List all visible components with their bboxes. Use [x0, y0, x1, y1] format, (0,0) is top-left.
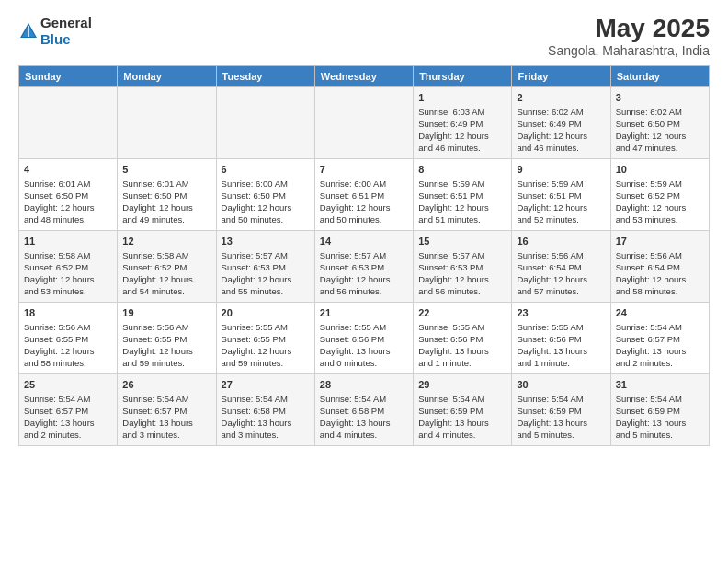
day-info: Sunset: 6:51 PM [418, 190, 506, 202]
logo-general: General [40, 15, 92, 30]
day-info: Sunrise: 6:01 AM [24, 178, 112, 190]
day-number: 24 [616, 306, 704, 320]
calendar-cell: 15Sunrise: 5:57 AMSunset: 6:53 PMDayligh… [414, 230, 512, 302]
day-info: Sunrise: 5:56 AM [24, 322, 112, 334]
calendar-week-row: 25Sunrise: 5:54 AMSunset: 6:57 PMDayligh… [19, 373, 710, 445]
day-info: Daylight: 13 hours [418, 346, 506, 358]
day-info: Sunset: 6:51 PM [320, 190, 408, 202]
day-info: Daylight: 13 hours [222, 418, 310, 430]
day-info: Sunset: 6:54 PM [616, 262, 704, 274]
calendar-cell: 5Sunrise: 6:01 AMSunset: 6:50 PMDaylight… [118, 158, 216, 230]
day-info: Sunrise: 6:00 AM [320, 178, 408, 190]
day-info: Sunrise: 5:54 AM [418, 394, 506, 406]
weekday-header: Wednesday [314, 65, 413, 86]
day-number: 31 [616, 378, 704, 392]
day-info: and 56 minutes. [418, 286, 506, 298]
day-info: and 51 minutes. [418, 214, 506, 226]
day-info: Sunrise: 5:55 AM [517, 322, 605, 334]
day-info: Sunrise: 6:02 AM [517, 107, 605, 119]
day-info: Daylight: 12 hours [122, 202, 210, 214]
calendar-cell: 28Sunrise: 5:54 AMSunset: 6:58 PMDayligh… [314, 373, 413, 445]
day-info: Sunset: 6:57 PM [616, 334, 704, 346]
calendar-week-row: 1Sunrise: 6:03 AMSunset: 6:49 PMDaylight… [19, 86, 710, 158]
day-number: 15 [418, 235, 506, 248]
day-info: Daylight: 12 hours [222, 346, 310, 358]
logo-icon [18, 21, 39, 41]
day-info: Sunset: 6:56 PM [418, 334, 506, 346]
day-info: Sunset: 6:55 PM [222, 334, 310, 346]
day-info: Sunrise: 5:58 AM [122, 250, 210, 262]
day-info: and 0 minutes. [320, 358, 408, 370]
day-number: 23 [517, 306, 605, 320]
day-info: Sunrise: 5:56 AM [517, 250, 605, 262]
calendar-cell: 10Sunrise: 5:59 AMSunset: 6:52 PMDayligh… [610, 158, 709, 230]
day-info: Sunset: 6:53 PM [418, 262, 506, 274]
calendar-cell: 25Sunrise: 5:54 AMSunset: 6:57 PMDayligh… [19, 373, 118, 445]
day-info: Sunset: 6:50 PM [122, 190, 210, 202]
day-info: and 47 minutes. [616, 143, 704, 155]
day-info: Daylight: 13 hours [320, 418, 408, 430]
day-info: Sunset: 6:49 PM [517, 119, 605, 131]
day-number: 29 [418, 378, 506, 392]
day-info: Daylight: 12 hours [616, 202, 704, 214]
day-info: Daylight: 12 hours [418, 274, 506, 286]
calendar-cell: 16Sunrise: 5:56 AMSunset: 6:54 PMDayligh… [512, 230, 610, 302]
day-info: Sunrise: 5:54 AM [616, 322, 704, 334]
day-number: 13 [222, 235, 310, 248]
logo: General Blue [18, 15, 92, 48]
day-info: Sunrise: 5:59 AM [517, 178, 605, 190]
day-info: Sunset: 6:59 PM [418, 406, 506, 418]
calendar-cell: 3Sunrise: 6:02 AMSunset: 6:50 PMDaylight… [610, 86, 709, 158]
calendar-cell [314, 86, 413, 158]
weekday-header: Monday [118, 65, 216, 86]
day-info: Daylight: 12 hours [616, 131, 704, 143]
day-number: 8 [418, 163, 506, 177]
day-info: Sunrise: 5:54 AM [616, 394, 704, 406]
day-info: and 50 minutes. [222, 214, 310, 226]
day-info: Daylight: 13 hours [418, 418, 506, 430]
day-info: and 55 minutes. [222, 286, 310, 298]
calendar-cell: 26Sunrise: 5:54 AMSunset: 6:57 PMDayligh… [118, 373, 216, 445]
day-info: Sunrise: 5:59 AM [616, 178, 704, 190]
logo-blue: Blue [40, 31, 71, 47]
calendar-cell [216, 86, 314, 158]
day-number: 12 [122, 235, 210, 248]
day-info: Daylight: 12 hours [122, 346, 210, 358]
day-info: and 46 minutes. [517, 143, 605, 155]
weekday-header: Tuesday [216, 65, 314, 86]
header: General Blue May 2025 Sangola, Maharasht… [18, 15, 710, 58]
day-info: Sunset: 6:59 PM [616, 406, 704, 418]
day-number: 25 [24, 378, 112, 392]
day-info: and 1 minute. [418, 358, 506, 370]
day-number: 1 [418, 91, 506, 105]
day-info: Sunset: 6:52 PM [616, 190, 704, 202]
day-info: Sunset: 6:51 PM [517, 190, 605, 202]
weekday-header: Friday [512, 65, 610, 86]
day-info: Sunset: 6:57 PM [122, 406, 210, 418]
calendar-cell: 20Sunrise: 5:55 AMSunset: 6:55 PMDayligh… [216, 302, 314, 373]
day-info: Daylight: 12 hours [517, 202, 605, 214]
day-info: Daylight: 12 hours [517, 131, 605, 143]
day-info: Daylight: 12 hours [222, 274, 310, 286]
day-number: 28 [320, 378, 408, 392]
day-info: Daylight: 12 hours [24, 274, 112, 286]
calendar-cell: 13Sunrise: 5:57 AMSunset: 6:53 PMDayligh… [216, 230, 314, 302]
calendar-cell: 22Sunrise: 5:55 AMSunset: 6:56 PMDayligh… [414, 302, 512, 373]
day-info: Sunrise: 5:54 AM [222, 394, 310, 406]
day-info: Sunset: 6:56 PM [517, 334, 605, 346]
day-info: Daylight: 12 hours [320, 202, 408, 214]
day-info: Sunset: 6:59 PM [517, 406, 605, 418]
day-info: Sunset: 6:52 PM [122, 262, 210, 274]
main-title: May 2025 [548, 15, 710, 43]
calendar-cell: 23Sunrise: 5:55 AMSunset: 6:56 PMDayligh… [512, 302, 610, 373]
day-number: 5 [122, 163, 210, 177]
calendar-cell [118, 86, 216, 158]
day-info: Sunset: 6:58 PM [320, 406, 408, 418]
calendar-cell: 12Sunrise: 5:58 AMSunset: 6:52 PMDayligh… [118, 230, 216, 302]
day-info: Sunset: 6:53 PM [222, 262, 310, 274]
day-info: Sunrise: 6:02 AM [616, 107, 704, 119]
day-info: and 57 minutes. [517, 286, 605, 298]
day-info: and 4 minutes. [320, 430, 408, 442]
day-info: Daylight: 13 hours [122, 418, 210, 430]
day-info: Sunrise: 5:57 AM [418, 250, 506, 262]
